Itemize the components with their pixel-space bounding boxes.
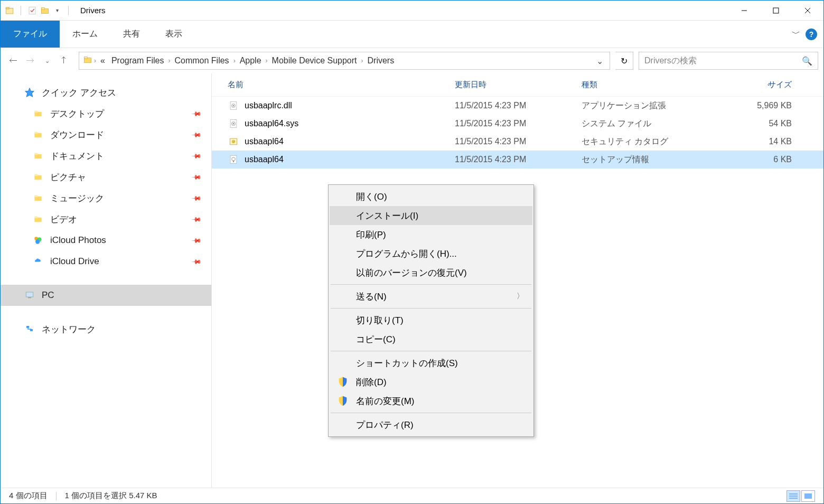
folder-icon <box>32 108 44 119</box>
svg-rect-28 <box>28 297 31 298</box>
svg-rect-15 <box>34 132 38 134</box>
file-row[interactable]: usbaapl6411/5/2015 4:23 PMセットアップ情報6 KB <box>212 151 823 169</box>
title-bar: ▾ Drivers <box>1 1 823 21</box>
tab-home[interactable]: ホーム <box>60 21 110 48</box>
ctx-rename[interactable]: 名前の変更(M) <box>330 391 532 410</box>
ctx-open-with[interactable]: プログラムから開く(H)... <box>330 244 532 263</box>
back-button[interactable]: 🡐 <box>6 53 21 68</box>
ctx-install[interactable]: インストール(I) <box>330 206 532 225</box>
ribbon-tabs: ファイル ホーム 共有 表示 ﹀ ? <box>1 21 823 48</box>
sidebar-item-network[interactable]: ネットワーク <box>1 319 211 340</box>
tab-file[interactable]: ファイル <box>1 21 60 48</box>
properties-qat-icon[interactable] <box>27 6 37 15</box>
column-type[interactable]: 種類 <box>582 80 756 90</box>
sidebar-label: ダウンロード <box>50 129 104 141</box>
folder-icon <box>32 192 44 204</box>
sidebar-item-music[interactable]: ミュージック📌 <box>1 188 211 209</box>
sidebar-item-downloads[interactable]: ダウンロード📌 <box>1 124 211 145</box>
svg-point-36 <box>233 123 235 125</box>
sidebar-quick-access[interactable]: クイック アクセス <box>1 82 211 103</box>
ctx-properties[interactable]: プロパティ(R) <box>330 415 532 434</box>
breadcrumb-item[interactable]: Drivers <box>364 56 398 66</box>
sidebar-label: デスクトップ <box>50 108 104 120</box>
breadcrumb-item[interactable]: Apple <box>237 56 265 66</box>
refresh-button[interactable]: ↻ <box>615 52 633 70</box>
file-date: 11/5/2015 4:23 PM <box>455 155 582 164</box>
sidebar-item-documents[interactable]: ドキュメント📌 <box>1 145 211 166</box>
ctx-send-to[interactable]: 送る(N)〉 <box>330 287 532 306</box>
column-size[interactable]: サイズ⌄ <box>756 80 823 90</box>
sidebar-label: クイック アクセス <box>42 87 116 99</box>
folder-icon <box>32 213 44 225</box>
status-selection: 1 個の項目を選択 5.47 KB <box>65 491 157 501</box>
column-date[interactable]: 更新日時 <box>455 80 582 90</box>
address-dropdown-icon[interactable]: ⌄ <box>593 56 606 66</box>
svg-marker-11 <box>25 88 34 97</box>
ctx-delete[interactable]: 削除(D) <box>330 372 532 391</box>
address-bar[interactable]: › « Program Files› Common Files› Apple› … <box>79 52 610 70</box>
sidebar-label: ビデオ <box>50 213 77 226</box>
pc-icon <box>24 290 35 301</box>
ctx-print[interactable]: 印刷(P) <box>330 225 532 244</box>
sidebar-item-videos[interactable]: ビデオ📌 <box>1 209 211 230</box>
minimize-button[interactable] <box>728 1 760 21</box>
svg-point-38 <box>232 140 236 144</box>
shield-icon <box>337 376 349 388</box>
ctx-shortcut[interactable]: ショートカットの作成(S) <box>330 353 532 372</box>
maximize-button[interactable] <box>760 1 792 21</box>
svg-rect-41 <box>233 161 234 162</box>
svg-rect-13 <box>34 111 38 113</box>
pin-icon: 📌 <box>191 256 202 267</box>
file-row[interactable]: usbaaplrc.dll11/5/2015 4:23 PMアプリケーション拡張… <box>212 97 823 115</box>
breadcrumb-item[interactable]: Mobile Device Support <box>269 56 360 66</box>
sidebar-label: ドキュメント <box>50 150 104 162</box>
svg-rect-45 <box>804 493 812 499</box>
breadcrumb-item[interactable]: Common Files <box>171 56 232 66</box>
tab-view[interactable]: 表示 <box>153 21 195 48</box>
ribbon-collapse-icon[interactable]: ﹀ <box>792 29 800 40</box>
ctx-restore[interactable]: 以前のバージョンの復元(V) <box>330 263 532 282</box>
separator <box>331 284 531 285</box>
close-button[interactable] <box>792 1 823 21</box>
divider <box>68 6 69 15</box>
folder-qat-icon[interactable] <box>40 6 50 15</box>
breadcrumb-item[interactable]: Program Files <box>108 56 167 66</box>
svg-rect-27 <box>26 292 33 297</box>
forward-button[interactable]: 🡒 <box>23 53 38 68</box>
sidebar-item-icloud-photos[interactable]: iCloud Photos📌 <box>1 230 211 251</box>
sidebar-item-pc[interactable]: PC <box>1 285 211 306</box>
recent-locations-button[interactable]: ⌄ <box>40 53 54 68</box>
search-box[interactable]: Driversの検索 🔍 <box>639 52 818 70</box>
view-large-button[interactable] <box>801 490 815 502</box>
folder-icon <box>32 129 44 141</box>
svg-point-26 <box>35 239 40 244</box>
svg-rect-23 <box>34 217 38 218</box>
separator <box>331 308 531 309</box>
sidebar-label: ピクチャ <box>50 171 86 183</box>
file-icon <box>228 118 239 129</box>
app-icon <box>5 6 14 15</box>
file-row[interactable]: usbaapl64.sys11/5/2015 4:23 PMシステム ファイル5… <box>212 115 823 133</box>
ctx-cut[interactable]: 切り取り(T) <box>330 311 532 330</box>
ctx-copy[interactable]: コピー(C) <box>330 330 532 349</box>
svg-rect-4 <box>41 7 44 9</box>
search-placeholder: Driversの検索 <box>644 55 697 67</box>
file-name: usbaapl64 <box>245 155 284 164</box>
sidebar-item-icloud-drive[interactable]: iCloud Drive📌 <box>1 251 211 272</box>
file-row[interactable]: usbaapl6411/5/2015 4:23 PMセキュリティ カタログ14 … <box>212 133 823 151</box>
sort-caret-icon: ⌄ <box>766 81 771 87</box>
chevron-right-icon: 〉 <box>517 292 524 301</box>
cloud-icon <box>32 256 44 267</box>
tab-share[interactable]: 共有 <box>110 21 153 48</box>
sidebar-item-pictures[interactable]: ピクチャ📌 <box>1 166 211 188</box>
up-button[interactable]: 🡑 <box>57 53 71 68</box>
help-icon[interactable]: ? <box>806 29 817 40</box>
ctx-open[interactable]: 開く(O) <box>330 187 532 206</box>
column-name[interactable]: 名前 <box>228 80 455 90</box>
file-size: 6 KB <box>756 155 823 164</box>
sidebar-item-desktop[interactable]: デスクトップ📌 <box>1 103 211 124</box>
breadcrumb-prefix[interactable]: « <box>97 56 108 66</box>
qat-dropdown-icon[interactable]: ▾ <box>53 7 62 13</box>
divider <box>21 6 21 15</box>
view-details-button[interactable] <box>786 490 800 502</box>
